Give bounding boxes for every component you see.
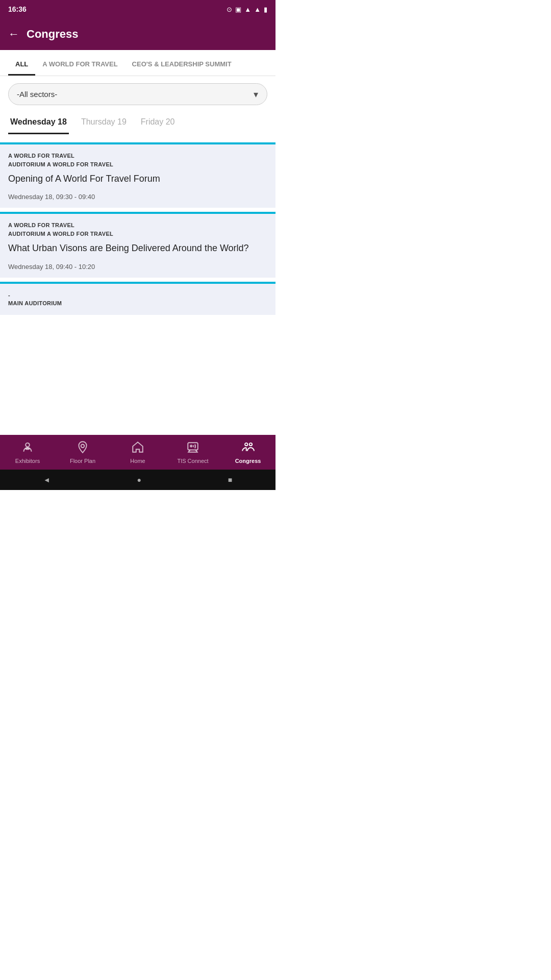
svg-rect-1: [26, 448, 30, 449]
event-time: Wednesday 18, 09:30 - 09:40: [8, 193, 267, 201]
notification-icon: ⊙: [227, 6, 232, 13]
sector-select-container: -All sectors- Travel Technology Hospital…: [8, 83, 267, 105]
nav-congress[interactable]: Congress: [220, 440, 276, 464]
page-title: Congress: [27, 28, 78, 41]
floor-plan-icon: [76, 440, 89, 456]
tab-thursday[interactable]: Thursday 19: [79, 112, 129, 134]
home-icon: [131, 440, 144, 456]
svg-point-2: [81, 445, 85, 448]
nav-exhibitors[interactable]: Exhibitors: [0, 440, 55, 464]
svg-point-0: [26, 443, 30, 447]
tis-connect-icon: [186, 440, 199, 456]
svg-point-4: [190, 445, 192, 447]
bottom-nav: Exhibitors Floor Plan Home: [0, 435, 276, 470]
tab-wednesday[interactable]: Wednesday 18: [8, 112, 69, 134]
tab-world-travel[interactable]: A WORLD FOR TRAVEL: [35, 55, 124, 76]
congress-icon: [241, 440, 255, 456]
svg-point-5: [245, 443, 247, 446]
svg-rect-3: [188, 443, 198, 450]
event-card[interactable]: A WORLD FOR TRAVELAUDITORIUM A WORLD FOR…: [0, 142, 276, 208]
event-time: Wednesday 18, 09:40 - 10:20: [8, 263, 267, 271]
nav-tis-connect[interactable]: TIS Connect: [165, 440, 220, 464]
nav-exhibitors-label: Exhibitors: [15, 458, 40, 464]
tab-all[interactable]: ALL: [8, 55, 35, 76]
nav-congress-label: Congress: [235, 458, 261, 464]
nav-home[interactable]: Home: [110, 440, 165, 464]
app-header: ← Congress: [0, 18, 276, 50]
svg-point-6: [249, 443, 252, 446]
wifi-icon: ▲: [244, 6, 251, 13]
event-title: What Urban Visons are Being Delivered Ar…: [8, 242, 267, 254]
event-track: -MAIN AUDITORIUM: [8, 291, 267, 308]
event-card[interactable]: -MAIN AUDITORIUM: [0, 282, 276, 315]
sector-select[interactable]: -All sectors- Travel Technology Hospital…: [8, 83, 267, 105]
status-bar: 16:36 ⊙ ▣ ▲ ▲ ▮: [0, 0, 276, 18]
back-button[interactable]: ←: [8, 28, 19, 41]
tab-friday[interactable]: Friday 20: [139, 112, 177, 134]
event-title: Opening of A World For Travel Forum: [8, 173, 267, 185]
nav-home-label: Home: [130, 458, 145, 464]
android-back-button[interactable]: ◄: [43, 476, 51, 484]
event-list: A WORLD FOR TRAVELAUDITORIUM A WORLD FOR…: [0, 134, 276, 454]
category-tabs: ALL A WORLD FOR TRAVEL CEO'S & LEADERSHI…: [0, 55, 276, 76]
sector-filter-wrap: -All sectors- Travel Technology Hospital…: [0, 76, 276, 109]
event-track: A WORLD FOR TRAVELAUDITORIUM A WORLD FOR…: [8, 152, 267, 168]
tab-ceo-summit[interactable]: CEO'S & LEADERSHIP SUMMIT: [125, 55, 239, 76]
calendar-icon: ▣: [235, 6, 241, 13]
event-card[interactable]: A WORLD FOR TRAVELAUDITORIUM A WORLD FOR…: [0, 212, 276, 277]
android-recent-button[interactable]: ■: [228, 476, 232, 484]
android-home-button[interactable]: ●: [137, 476, 141, 484]
nav-floor-plan-label: Floor Plan: [70, 458, 95, 464]
android-nav-bar: ◄ ● ■: [0, 470, 276, 490]
battery-icon: ▮: [264, 6, 267, 13]
nav-tis-connect-label: TIS Connect: [177, 458, 208, 464]
nav-floor-plan[interactable]: Floor Plan: [55, 440, 110, 464]
status-time: 16:36: [8, 5, 27, 13]
event-track: A WORLD FOR TRAVELAUDITORIUM A WORLD FOR…: [8, 221, 267, 238]
exhibitors-icon: [21, 440, 34, 456]
status-icons: ⊙ ▣ ▲ ▲ ▮: [227, 6, 267, 13]
day-tabs: Wednesday 18 Thursday 19 Friday 20: [0, 109, 276, 134]
signal-icon: ▲: [254, 6, 261, 13]
